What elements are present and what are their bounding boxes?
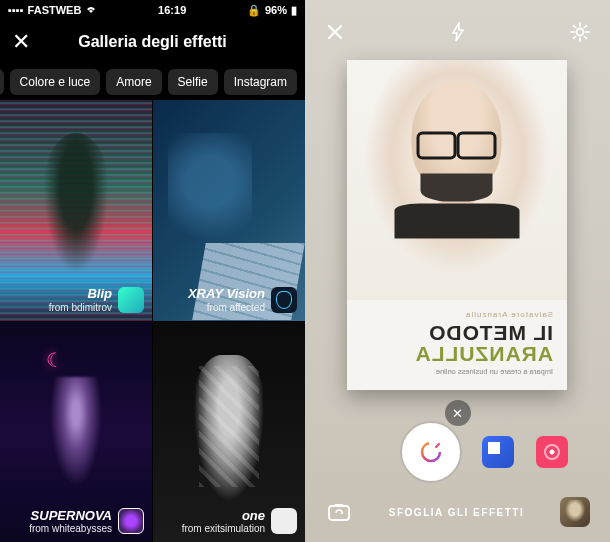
signal-icon: ▪▪▪▪ bbox=[8, 4, 24, 16]
effect-name: SUPERNOVA bbox=[29, 509, 112, 523]
category-chips: Instagram Selfie Amore Colore e luce S bbox=[0, 64, 305, 100]
blip-effect-icon bbox=[118, 287, 144, 313]
effect-item-one[interactable]: one from exitsimulation bbox=[153, 322, 305, 543]
close-button[interactable]: ✕ bbox=[12, 29, 30, 55]
svg-point-0 bbox=[577, 29, 584, 36]
camera-bottom-bar: SFOGLIA GLI EFFETTI bbox=[305, 490, 610, 534]
chip-amore[interactable]: Amore bbox=[106, 69, 161, 95]
dismiss-effect-button[interactable]: ✕ bbox=[445, 400, 471, 426]
book-author: Salvatore Aranzulla bbox=[361, 310, 553, 319]
lock-icon: 🔒 bbox=[247, 4, 261, 17]
flash-icon[interactable] bbox=[444, 18, 472, 46]
effect-author: from whiteabysses bbox=[29, 523, 112, 534]
camera-header bbox=[305, 10, 610, 54]
gallery-thumb-button[interactable] bbox=[560, 497, 590, 527]
one-effect-icon bbox=[271, 508, 297, 534]
chip-instagram[interactable]: Instagram bbox=[224, 69, 297, 95]
effect-author: from exitsimulation bbox=[182, 523, 265, 534]
wifi-icon bbox=[85, 4, 97, 16]
camera-subject-book: Salvatore Aranzulla IL METODO ARANZULLA … bbox=[347, 60, 567, 390]
chip-selfie[interactable]: Selfie bbox=[168, 69, 218, 95]
switch-camera-icon[interactable] bbox=[325, 498, 353, 526]
xray-effect-icon bbox=[271, 287, 297, 313]
effect-name: one bbox=[182, 509, 265, 523]
gallery-header: ✕ Galleria degli effetti bbox=[0, 20, 305, 64]
camera-screen: Salvatore Aranzulla IL METODO ARANZULLA … bbox=[305, 0, 610, 542]
effect-selector-strip bbox=[305, 420, 610, 484]
effect-item-xray[interactable]: XRAY Vision from affected bbox=[153, 100, 305, 321]
book-title-line2: ARANZULLA bbox=[361, 343, 553, 364]
gallery-title: Galleria degli effetti bbox=[78, 33, 226, 51]
battery-percent: 96% bbox=[265, 4, 287, 16]
shutter-button[interactable] bbox=[402, 423, 460, 481]
svg-rect-2 bbox=[329, 506, 349, 520]
active-effect-icon bbox=[419, 440, 443, 464]
effect-author: from bdimitrov bbox=[49, 302, 112, 313]
effect-author: from affected bbox=[188, 302, 265, 313]
effect-item-blip[interactable]: Blip from bdimitrov bbox=[0, 100, 152, 321]
status-time: 16:19 bbox=[158, 4, 186, 16]
effect-tile-rewind[interactable] bbox=[536, 436, 568, 468]
effect-name: XRAY Vision bbox=[188, 287, 265, 301]
effects-gallery-screen: 🔒 96% ▮ 16:19 ▪▪▪▪ FASTWEB ✕ Galleria de… bbox=[0, 0, 305, 542]
chip-more[interactable]: S bbox=[0, 69, 4, 95]
effect-item-supernova[interactable]: SUPERNOVA from whiteabysses bbox=[0, 322, 152, 543]
browse-effects-button[interactable]: SFOGLIA GLI EFFETTI bbox=[389, 507, 524, 518]
book-cover-photo bbox=[347, 60, 567, 300]
effects-grid: Blip from bdimitrov XRAY Vision from aff… bbox=[0, 100, 305, 542]
battery-icon: ▮ bbox=[291, 4, 297, 17]
status-bar: 🔒 96% ▮ 16:19 ▪▪▪▪ FASTWEB bbox=[0, 0, 305, 20]
supernova-effect-icon bbox=[118, 508, 144, 534]
book-subtitle: Impara a creare un business online bbox=[361, 367, 553, 376]
carrier-label: FASTWEB bbox=[28, 4, 82, 16]
book-title-line1: IL METODO bbox=[361, 322, 553, 343]
effect-tile-superzoom[interactable] bbox=[482, 436, 514, 468]
camera-close-button[interactable] bbox=[321, 18, 349, 46]
chip-colore-luce[interactable]: Colore e luce bbox=[10, 69, 101, 95]
effect-name: Blip bbox=[49, 287, 112, 301]
settings-gear-icon[interactable] bbox=[566, 18, 594, 46]
